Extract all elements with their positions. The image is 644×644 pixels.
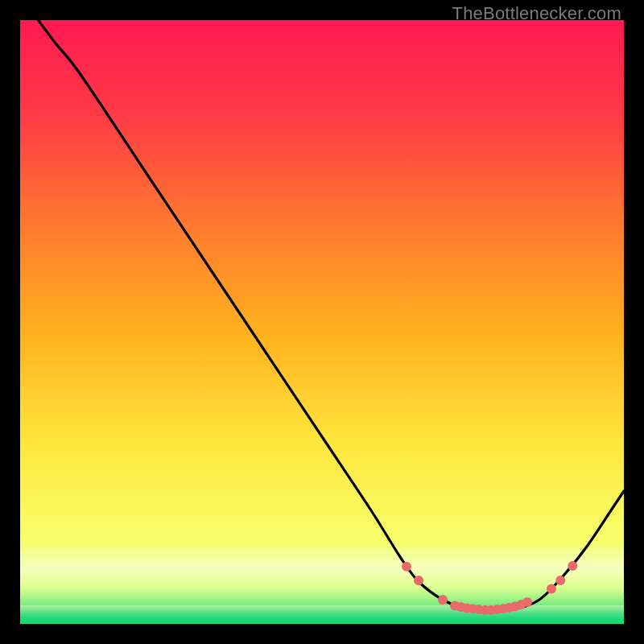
curve-marker (402, 562, 411, 572)
bottleneck-curve (39, 20, 625, 611)
curve-marker (414, 576, 423, 585)
curve-marker (547, 584, 556, 594)
curve-marker (568, 561, 577, 571)
chart-frame: TheBottlenecker.com (0, 0, 644, 644)
curve-marker (555, 576, 565, 585)
curve-layer (20, 20, 624, 624)
curve-marker (522, 597, 532, 607)
curve-marker (438, 595, 448, 605)
attribution-label: TheBottlenecker.com (452, 3, 621, 24)
markers-group (402, 561, 577, 615)
